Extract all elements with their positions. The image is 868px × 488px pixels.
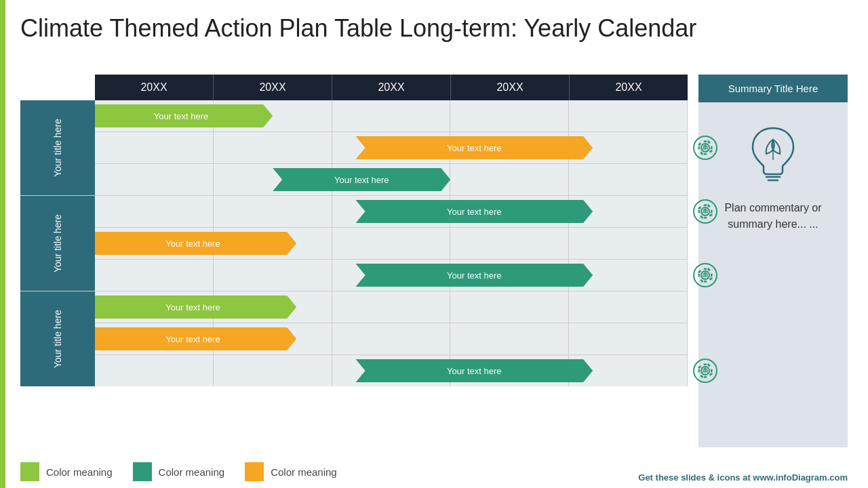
grid-row: Your text here <box>95 323 688 355</box>
grid-cell <box>569 100 688 131</box>
arrow-bar: Your text here <box>356 200 593 223</box>
grid-cell <box>569 164 688 195</box>
gear-icon-container <box>692 357 719 384</box>
row-title: Your title here <box>20 196 95 291</box>
column-header: 20XX <box>214 75 332 100</box>
grid-row: Your text here <box>95 164 688 195</box>
gear-svg <box>692 357 719 384</box>
row-grid: Your text here <box>95 196 688 291</box>
grid-cell <box>569 323 688 354</box>
column-header: 20XX <box>570 75 688 100</box>
legend-item: Color meaning <box>20 462 113 481</box>
legend-label: Color meaning <box>159 466 225 478</box>
arrow-bar: Your text here <box>95 232 296 255</box>
grid-cell <box>214 196 332 227</box>
summary-text: Plan commentary or summary here... ... <box>698 200 848 232</box>
grid-row: Your text here <box>95 260 688 291</box>
row-group: Your title hereYour text hereYour text h… <box>20 291 688 386</box>
grid-cell <box>214 260 332 291</box>
grid-cell <box>214 355 332 386</box>
grid-cell <box>569 228 688 259</box>
eco-bulb-icon <box>746 123 800 186</box>
main-area: 20XX20XX20XX20XX20XX Your title hereYour… <box>20 75 848 447</box>
grid-cell <box>95 164 214 195</box>
grid-cell <box>332 100 451 131</box>
grid-cell <box>95 260 214 291</box>
gear-svg <box>692 198 719 225</box>
column-headers: 20XX20XX20XX20XX20XX <box>95 75 688 100</box>
column-header: 20XX <box>332 75 451 100</box>
legend-label: Color meaning <box>271 466 337 478</box>
arrow-bar: Your text here <box>273 168 450 191</box>
gear-svg <box>692 134 719 161</box>
grid-row: Your text here <box>95 132 688 164</box>
arrow-bar: Your text here <box>95 296 296 319</box>
gear-icon-container <box>692 262 719 289</box>
summary-panel: Summary Title Here Plan commentary or su… <box>698 75 848 447</box>
row-title: Your title here <box>20 100 95 195</box>
arrow-bar: Your text here <box>356 136 593 159</box>
grid-cell <box>332 323 451 354</box>
grid-row: Your text here <box>95 100 688 132</box>
page-title: Climate Themed Action Plan Table Long-te… <box>20 14 696 43</box>
grid-row: Your text here <box>95 228 688 260</box>
grid-cell <box>332 291 451 323</box>
legend-swatch <box>133 462 152 481</box>
legend: Color meaningColor meaningColor meaning <box>20 462 337 481</box>
grid-cell <box>450 323 569 354</box>
grid-cell <box>450 164 569 195</box>
gear-icon-container <box>692 134 719 161</box>
column-header: 20XX <box>451 75 570 100</box>
arrow-bar: Your text here <box>356 264 593 287</box>
grid-row: Your text here <box>95 355 688 386</box>
row-grid: Your text hereYour text here <box>95 100 688 195</box>
grid-cell <box>95 355 214 386</box>
row-group: Your title hereYour text hereYour text h… <box>20 100 688 196</box>
grid-row: Your text here <box>95 196 688 228</box>
row-group: Your title hereYour text here <box>20 196 688 291</box>
table-section: 20XX20XX20XX20XX20XX Your title hereYour… <box>20 75 688 447</box>
arrow-bar: Your text here <box>95 104 273 127</box>
grid-row: Your text here <box>95 291 688 323</box>
row-title: Your title here <box>20 291 95 386</box>
arrow-bar: Your text here <box>95 327 296 350</box>
legend-item: Color meaning <box>133 462 225 481</box>
grid-cell <box>450 100 569 131</box>
grid-cell <box>332 228 451 259</box>
grid-cell <box>450 291 569 323</box>
legend-item: Color meaning <box>245 462 337 481</box>
gear-svg <box>692 262 719 289</box>
left-accent-bar <box>0 0 5 488</box>
legend-swatch <box>20 462 39 481</box>
column-header: 20XX <box>95 75 214 100</box>
grid-cell <box>95 132 214 163</box>
legend-label: Color meaning <box>46 466 113 478</box>
table-body: Your title hereYour text hereYour text h… <box>20 100 688 447</box>
grid-cell <box>450 228 569 259</box>
grid-cell <box>214 132 332 163</box>
footer-text: Get these slides & icons at www.infoDiag… <box>638 472 848 483</box>
grid-cell <box>95 196 214 227</box>
grid-cell <box>569 291 688 323</box>
footer: Get these slides & icons at www.infoDiag… <box>638 472 848 483</box>
summary-title: Summary Title Here <box>698 75 848 102</box>
row-grid: Your text hereYour text hereYour text he… <box>95 291 688 386</box>
gear-icon-container <box>692 198 719 225</box>
legend-swatch <box>245 462 264 481</box>
arrow-bar: Your text here <box>356 359 593 382</box>
